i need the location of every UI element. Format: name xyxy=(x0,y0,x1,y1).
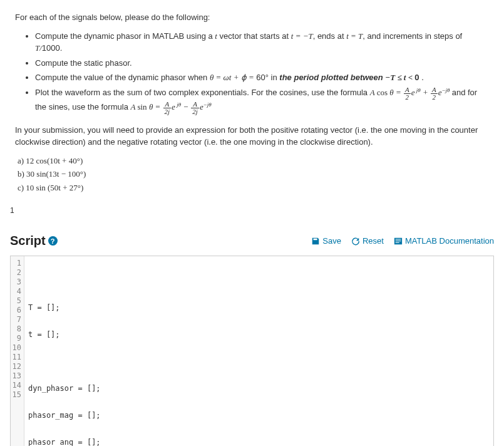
code-line[interactable]: phasor_mag = []; xyxy=(28,411,490,420)
parts-list: a) 12 cos(10t + 40°) b) 30 sin(13t − 100… xyxy=(15,155,489,194)
reset-button[interactable]: Reset xyxy=(351,236,384,246)
line-gutter: 1 2 3 4 5 6 7 8 9 10 11 12 13 14 15 xyxy=(11,256,24,446)
ln: 11 xyxy=(12,353,21,362)
task-item-2: Compute the static phasor. xyxy=(35,57,489,70)
t1-frag3: , ends at xyxy=(313,31,346,41)
ln: 7 xyxy=(12,315,21,324)
ln: 2 xyxy=(12,268,21,277)
part-c: c) 10 sin (50t + 27°) xyxy=(18,182,489,194)
code-line[interactable]: dyn_phasor = []; xyxy=(28,384,490,393)
ln: 12 xyxy=(12,362,21,371)
t1-frag5: . xyxy=(60,43,63,53)
ln: 1 xyxy=(12,259,21,268)
code-line[interactable]: phasor_ang = []; xyxy=(28,438,490,446)
reset-icon xyxy=(351,237,360,246)
ln: 14 xyxy=(12,381,21,390)
code-line[interactable] xyxy=(28,357,490,366)
submission-note: In your submission, you will need to pro… xyxy=(15,124,489,148)
script-title: Script ? xyxy=(10,234,58,248)
task-item-1: Compute the dynamic phasor in MATLAB usi… xyxy=(35,30,489,54)
save-icon xyxy=(311,237,320,246)
t1-frag2: vector that starts at xyxy=(217,31,291,41)
ln: 8 xyxy=(12,324,21,334)
reset-label: Reset xyxy=(363,236,384,246)
code-line[interactable]: T = []; xyxy=(28,303,490,313)
docs-label: MATLAB Documentation xyxy=(405,236,494,246)
intro-text: For each of the signals below, please do… xyxy=(15,11,489,24)
ln: 13 xyxy=(12,371,21,381)
ln: 6 xyxy=(12,306,21,315)
script-title-text: Script xyxy=(10,234,46,248)
code-line[interactable] xyxy=(28,276,490,286)
ln: 15 xyxy=(12,390,21,400)
svg-rect-1 xyxy=(396,239,401,239)
t3-f1: Compute the value of the dynamic phasor … xyxy=(35,73,210,82)
ln: 3 xyxy=(12,277,21,287)
save-button[interactable]: Save xyxy=(311,236,341,246)
task-item-3: Compute the value of the dynamic phasor … xyxy=(35,71,489,84)
code-line[interactable]: t = []; xyxy=(28,330,490,340)
code-editor[interactable]: 1 2 3 4 5 6 7 8 9 10 11 12 13 14 15 T = … xyxy=(10,256,494,446)
help-icon[interactable]: ? xyxy=(48,236,58,246)
svg-rect-2 xyxy=(396,241,401,241)
task-item-4: Plot the waveform as the sum of two comp… xyxy=(35,86,489,115)
part-b: b) 30 sin(13t − 100°) xyxy=(18,168,489,180)
t1-frag4: , and increments in steps of xyxy=(363,31,462,41)
t3-f4: . xyxy=(419,73,424,82)
ln: 9 xyxy=(12,334,21,343)
ln: 10 xyxy=(12,343,21,353)
script-toolbar: Script ? Save Reset MATLAB Documentation xyxy=(0,229,504,256)
t3-f2: in xyxy=(269,73,279,82)
script-actions: Save Reset MATLAB Documentation xyxy=(311,236,494,246)
docs-icon xyxy=(394,237,403,246)
t3-f3: the period plotted between xyxy=(279,73,385,82)
part-a: a) 12 cos(10t + 40°) xyxy=(18,155,489,167)
t1-frag: Compute the dynamic phasor in MATLAB usi… xyxy=(35,31,215,41)
code-area[interactable]: T = []; t = []; dyn_phasor = []; phasor_… xyxy=(24,256,493,446)
task-list: Compute the dynamic phasor in MATLAB usi… xyxy=(15,30,489,115)
svg-rect-3 xyxy=(396,242,399,242)
docs-button[interactable]: MATLAB Documentation xyxy=(394,236,494,246)
ln: 4 xyxy=(12,287,21,296)
ln: 5 xyxy=(12,296,21,306)
problem-statement: For each of the signals below, please do… xyxy=(0,0,504,200)
page-number: 1 xyxy=(0,200,504,220)
t4-f1: Plot the waveform as the sum of two comp… xyxy=(35,88,370,97)
save-label: Save xyxy=(322,236,341,246)
